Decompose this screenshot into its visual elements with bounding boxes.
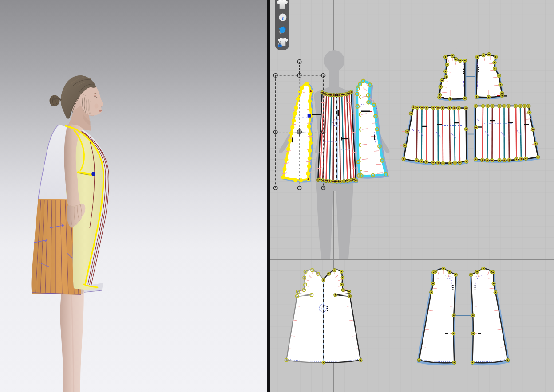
svg-text:i: i [282, 14, 284, 21]
